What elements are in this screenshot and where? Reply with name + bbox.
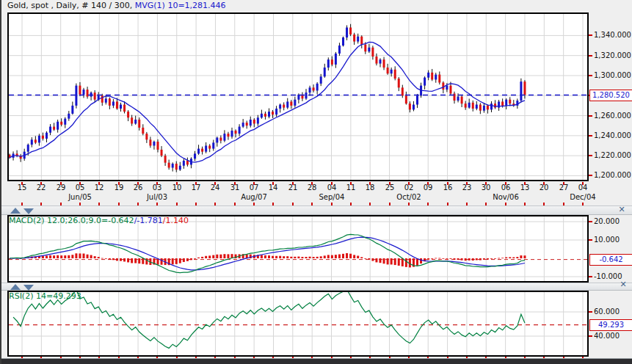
close-main-panel-icon[interactable]: ✕ [617,205,627,214]
month-label: Dec/04 [564,193,602,201]
rsi-value-label: RSI(2) 14=49.293 [9,291,81,301]
window-bottom-bar[interactable] [1,358,632,364]
price-axis-tick [589,75,592,76]
week-day-label: 07 [244,183,264,192]
macd-signal-label: /-1.781 [134,216,163,225]
week-day-label: 25 [380,183,399,192]
current-rsi-badge: 49.293 [589,319,632,331]
week-day-label: 17 [186,183,206,192]
rsi-tick-label: 40.000 [594,332,620,340]
week-day-label: 23 [457,183,476,192]
month-label: Oct/02 [390,193,428,201]
price-tick-label: 1,300.000 [594,71,631,79]
week-day-label: 02 [399,183,418,192]
panel-separator-1[interactable] [1,205,632,215]
macd-axis-tick [589,239,592,241]
panel-separator-2[interactable] [1,283,632,291]
macd-tick-label: 10.000 [594,236,620,244]
week-day-label: 15 [12,183,32,192]
month-label: Jun/05 [61,193,99,201]
price-tick-label: 1,220.000 [594,151,631,159]
month-label: Aug/07 [235,193,273,201]
price-axis-tick [589,115,592,117]
current-macd-badge: -0.642 [589,254,632,266]
macd-hist-label: /1.140 [163,216,189,225]
week-day-label: 03 [148,183,167,192]
collapse-up-arrow[interactable] [10,208,21,214]
week-day-label: 14 [264,183,283,192]
current-price-badge: 1,280.520 [589,90,632,101]
macd-tick-label: 20.000 [594,217,620,225]
macd-header: MACD(2) 12.0;26.0;9.0=-0.642/-1.781/1.14… [9,216,189,225]
price-axis-tick [589,175,592,176]
month-label: Nov/06 [487,193,525,201]
price-tick-label: 1,240.000 [594,131,631,139]
week-day-label: 09 [418,183,437,192]
rsi-chart-canvas[interactable] [7,291,589,357]
week-day-label: 10 [167,183,186,192]
rsi-tick-label: 60.000 [594,307,620,316]
price-chart-canvas[interactable] [7,12,589,181]
candlestick-chart [7,12,589,181]
week-day-label: 13 [515,183,534,192]
price-axis-tick [589,135,592,136]
rsi-axis-tick [589,311,592,313]
chart-title-bar: Gold, spot , Daily, # 140 / 300, MVG(1) … [7,1,226,12]
price-axis-tick [589,34,592,36]
price-tick-label: 1,260.000 [594,112,631,120]
macd-axis-tick [589,276,592,277]
price-tick-label: 1,200.000 [594,171,631,179]
week-day-label: 16 [438,183,457,192]
macd-tick-label: -10.000 [594,272,622,280]
expand-down-arrow[interactable] [23,285,34,291]
month-label: Sep/04 [313,193,351,201]
week-day-label: 31 [225,183,244,192]
charting-application-window: Gold, spot , Daily, # 140 / 300, MVG(1) … [0,0,632,364]
price-tick-label: 1,340.000 [594,31,631,39]
week-day-label: 27 [554,183,573,192]
macd-value-label: MACD(2) 12.0;26.0;9.0=-0.642 [9,216,134,225]
rsi-header: RSI(2) 14=49.293 [9,291,81,301]
week-day-label: 21 [283,183,302,192]
price-axis-tick [589,55,592,57]
week-day-label: 11 [341,183,360,192]
week-day-label: 30 [476,183,495,192]
week-day-label: 04 [322,183,341,192]
month-label: Jul/03 [138,193,176,201]
week-day-label: 26 [128,183,148,192]
week-day-label: 24 [206,183,225,192]
price-tick-label: 1,320.000 [594,51,631,59]
week-day-label: 05 [70,183,90,192]
week-day-label: 20 [534,183,553,192]
expand-down-arrow[interactable] [23,208,34,214]
mvg-indicator-label: MVG(1) 10=1,281.446 [135,1,226,10]
week-day-label: 28 [302,183,322,192]
week-day-label: 29 [51,183,70,192]
price-axis-tick [589,155,592,156]
rsi-axis-tick [589,335,592,337]
macd-axis-tick [589,221,592,222]
week-day-label: 22 [32,183,51,192]
rsi-chart [7,291,589,357]
instrument-title: Gold, spot , Daily, # 140 / 300, [7,1,135,10]
week-day-label: 04 [573,183,592,192]
week-day-label: 12 [90,183,109,192]
week-day-label: 18 [360,183,379,192]
close-macd-panel-icon[interactable]: ✕ [618,280,628,289]
collapse-up-arrow[interactable] [10,284,21,290]
week-day-label: 19 [109,183,128,192]
week-day-label: 06 [496,183,515,192]
